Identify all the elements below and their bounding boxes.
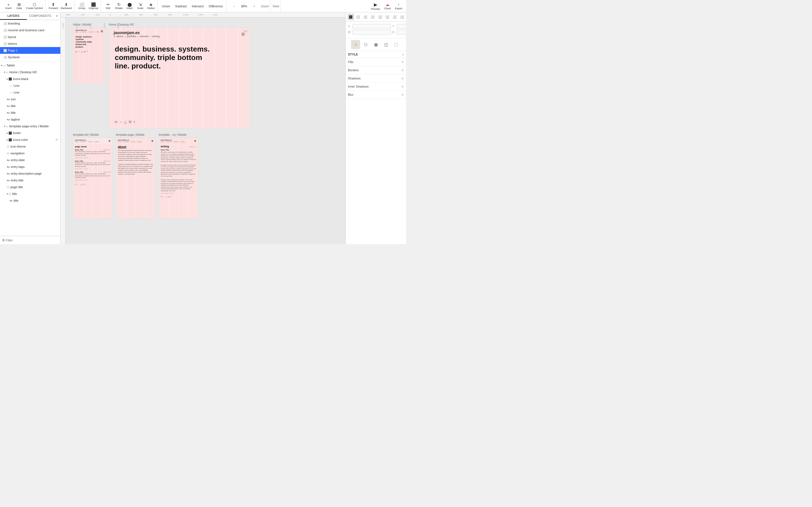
x-field: X [348, 24, 391, 29]
style-section-header[interactable]: STYLE ▾ [346, 51, 406, 58]
scale-button[interactable]: ⇲ Scale [135, 1, 146, 11]
preview-button[interactable]: ▶ Preview [370, 1, 381, 11]
template-try-frame[interactable]: jasonmjam.es about — portfolio — résumé … [159, 137, 198, 219]
mask-button[interactable]: ⬤ Mask [124, 1, 135, 11]
intersect-button[interactable]: Intersect [190, 4, 206, 9]
data-button[interactable]: ⊞ Data [14, 1, 24, 11]
home-desktop-frame[interactable]: jasonmjam.es ↳ about — portfolio — résum… [109, 27, 250, 129]
top-toolbar: ＋ Insert ⊞ Data ⬡ Create Symbol ⬆ Forwar… [0, 0, 406, 12]
group-button[interactable]: ⬜ Group [77, 1, 87, 11]
home-desktop-wrapper: Home | Desktop HD [109, 23, 250, 129]
layer-icon-theme[interactable]: ⬡ icon-theme [0, 143, 60, 150]
layer-title-sub[interactable]: Aa title [0, 197, 60, 204]
layer-title2[interactable]: Aa title [0, 109, 60, 116]
mask-icon: ⬤ [128, 3, 132, 6]
table-icon-button[interactable]: ▦ [371, 40, 380, 49]
layer-navigation[interactable]: ⬡ navigation [0, 150, 60, 157]
export-button[interactable]: ↑ Export [394, 1, 404, 11]
layer-tokens[interactable]: ⬜ tokens [0, 40, 60, 47]
fills-label: Fills [348, 60, 402, 64]
shadows-add-button[interactable]: + [402, 76, 404, 80]
layer-template-entry-mobile[interactable]: ▾ ▭ template-page-entry | Mobile [0, 123, 60, 129]
desktop-nav: ↳ about — portfolio — résumé — writing [114, 35, 160, 38]
gradient-icon-button[interactable]: ◫ [382, 40, 391, 49]
zoom-out-button[interactable]: − [229, 1, 239, 11]
insert-button[interactable]: ＋ Insert [3, 1, 13, 11]
blur-add-button[interactable]: + [402, 93, 404, 97]
zoom-in-button[interactable]: + [249, 1, 259, 11]
w-input[interactable] [352, 30, 391, 35]
template-list-frame[interactable]: jasonmjam.es about — portfolio — résumé … [73, 137, 112, 219]
layer-tagline[interactable]: Aa tagline [0, 116, 60, 123]
x-input[interactable] [352, 24, 391, 29]
flatten-button[interactable]: ◈ Flatten [146, 1, 156, 11]
inspect-tool-right1[interactable]: ⬜ [384, 13, 391, 20]
layer-entry-desc[interactable]: Aa entry-description-page [0, 170, 60, 177]
backward-button[interactable]: ⬇ Backward [60, 1, 73, 11]
twitter-icon: t [87, 50, 87, 53]
layer-line2[interactable]: — Line [0, 89, 60, 96]
inspect-tool-right3[interactable]: ⬜ [399, 13, 405, 20]
layer-icons-color[interactable]: ▸ ⬛ icons-color 👁 [0, 136, 60, 143]
cloud-button[interactable]: ☁ Cloud [382, 1, 393, 11]
layer-entry-date[interactable]: Aa entry-date [0, 157, 60, 163]
layer-page1[interactable]: ⬜ Page 1 [0, 47, 60, 54]
y-input[interactable] [397, 24, 406, 29]
tl-body: page name Entry Title 2019.12.21 Entry d… [73, 144, 112, 182]
chevron-right-icon: ▸ [7, 138, 8, 141]
ruler-horizontal: -600 -400 -200 0 200 400 600 800 1,000 1… [61, 12, 345, 17]
layer-tablet-label: Tablet [6, 64, 58, 67]
edit-button[interactable]: ✏ Edit [103, 1, 113, 11]
canvas-scroll-area[interactable]: -600 -400 -200 0 200 400 600 800 1,000 1… [61, 12, 345, 244]
layer-title1[interactable]: Aa title [0, 103, 60, 109]
layer-entry-title[interactable]: Aa entry-title [0, 177, 60, 184]
layer-title-group[interactable]: ▾ ⬡ title [0, 190, 60, 197]
hexagon-icon-button[interactable]: ⬡ [361, 40, 370, 49]
inspect-tool-right2[interactable]: ⬜ [391, 13, 398, 20]
eye-hidden-icon[interactable]: 👁 [55, 138, 58, 142]
try-footer: in ○ △ M t [159, 194, 198, 199]
layer-page-title[interactable]: ⬡ page title [0, 184, 60, 190]
tp-logo-group: jasonmjam.es about — portfolio — résumé … [118, 139, 142, 143]
inner-shadows-add-button[interactable]: + [402, 84, 404, 89]
template-page-frame[interactable]: jasonmjam.es about — portfolio — résumé … [116, 137, 155, 219]
subtract-button[interactable]: Subtract [173, 4, 189, 9]
inspect-tool-center3[interactable]: ⬜ [377, 13, 384, 20]
layer-home-desktop[interactable]: ▾ ▭ Home | Desktop HD [0, 69, 60, 75]
tl-logo-group: jasonmjam.es about — portfolio — résumé … [75, 139, 99, 143]
layer-layout[interactable]: ⬜ layout [0, 34, 60, 40]
inspect-tool-center1[interactable]: ⬜ [362, 13, 369, 20]
ungroup-button[interactable]: ⬛ Ungroup [87, 1, 100, 11]
layer-icons-black[interactable]: ▸ ⬛ icons-black [0, 75, 60, 82]
layer-symbols-label: Symbols [8, 55, 58, 59]
inspect-tool-center2[interactable]: ⬜ [369, 13, 376, 20]
tab-layers[interactable]: LAYERS [0, 12, 27, 20]
layer-tablet[interactable]: ▾ ▭ Tablet [0, 62, 60, 69]
layer-line1[interactable]: — Line [0, 82, 60, 89]
backward-icon: ⬇ [64, 3, 68, 6]
borders-row: Borders + [346, 66, 406, 74]
fills-add-button[interactable]: + [402, 60, 404, 64]
layer-page-title-label: page title [10, 185, 58, 189]
layer-entry-tags[interactable]: Aa entry-tags [0, 163, 60, 170]
create-symbol-button[interactable]: ⬡ Create Symbol [25, 1, 44, 11]
union-button[interactable]: Union [160, 4, 172, 9]
layer-branding[interactable]: ⬜ branding [0, 20, 60, 27]
h-input[interactable] [397, 30, 406, 35]
home-mobile-frame[interactable]: jasonmjam.es about — portfolio — résumé … [73, 27, 105, 83]
borders-add-button[interactable]: + [402, 68, 404, 72]
layer-footer[interactable]: ▸ ⬛ footer [0, 129, 60, 136]
layer-sun[interactable]: Aa sun [0, 96, 60, 103]
lightning-icon-button[interactable]: ⚡ [351, 40, 360, 49]
difference-button[interactable]: Difference [207, 4, 225, 9]
inspect-tool-left1[interactable]: ⬛ [347, 13, 354, 20]
inspect-tool-left2[interactable]: ⬜ [355, 13, 361, 20]
forward-button[interactable]: ⬆ Forward [48, 1, 59, 11]
layer-entry-date-label: entry-date [11, 158, 58, 162]
rotate-button[interactable]: ↻ Rotate [114, 1, 124, 11]
image-icon-button[interactable]: ⬚ [392, 40, 401, 49]
tab-components[interactable]: COMPONENTS [27, 12, 54, 20]
layer-symbols[interactable]: ⬜ Symbols [0, 54, 60, 61]
add-layer-button[interactable]: + [54, 12, 60, 20]
layer-resume[interactable]: ⬜ resume and business card [0, 27, 60, 34]
